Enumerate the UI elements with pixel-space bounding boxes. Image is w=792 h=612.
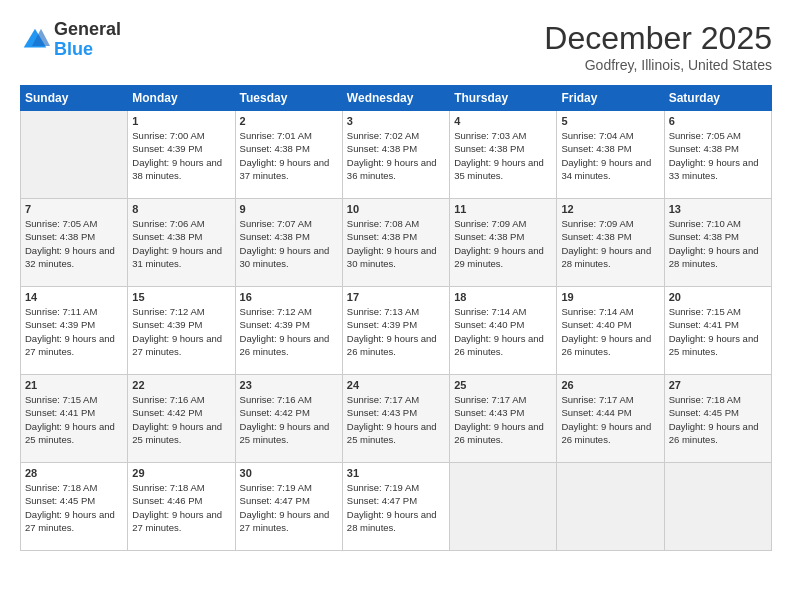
header: General Blue December 2025 Godfrey, Illi… (20, 20, 772, 73)
calendar-cell: 11Sunrise: 7:09 AMSunset: 4:38 PMDayligh… (450, 199, 557, 287)
day-number: 2 (240, 115, 338, 127)
calendar-cell: 1Sunrise: 7:00 AMSunset: 4:39 PMDaylight… (128, 111, 235, 199)
calendar-cell: 6Sunrise: 7:05 AMSunset: 4:38 PMDaylight… (664, 111, 771, 199)
day-number: 11 (454, 203, 552, 215)
calendar-cell (21, 111, 128, 199)
cell-info: Sunrise: 7:05 AMSunset: 4:38 PMDaylight:… (669, 129, 767, 182)
calendar-table: SundayMondayTuesdayWednesdayThursdayFrid… (20, 85, 772, 551)
cell-info: Sunrise: 7:06 AMSunset: 4:38 PMDaylight:… (132, 217, 230, 270)
day-number: 16 (240, 291, 338, 303)
calendar-cell: 7Sunrise: 7:05 AMSunset: 4:38 PMDaylight… (21, 199, 128, 287)
calendar-cell: 16Sunrise: 7:12 AMSunset: 4:39 PMDayligh… (235, 287, 342, 375)
calendar-cell: 24Sunrise: 7:17 AMSunset: 4:43 PMDayligh… (342, 375, 449, 463)
calendar-cell: 28Sunrise: 7:18 AMSunset: 4:45 PMDayligh… (21, 463, 128, 551)
cell-info: Sunrise: 7:09 AMSunset: 4:38 PMDaylight:… (454, 217, 552, 270)
day-number: 4 (454, 115, 552, 127)
calendar-cell: 17Sunrise: 7:13 AMSunset: 4:39 PMDayligh… (342, 287, 449, 375)
calendar-cell: 12Sunrise: 7:09 AMSunset: 4:38 PMDayligh… (557, 199, 664, 287)
calendar-cell: 21Sunrise: 7:15 AMSunset: 4:41 PMDayligh… (21, 375, 128, 463)
day-number: 5 (561, 115, 659, 127)
cell-info: Sunrise: 7:08 AMSunset: 4:38 PMDaylight:… (347, 217, 445, 270)
day-number: 19 (561, 291, 659, 303)
logo-text: General Blue (54, 20, 121, 60)
day-number: 25 (454, 379, 552, 391)
week-row-5: 28Sunrise: 7:18 AMSunset: 4:45 PMDayligh… (21, 463, 772, 551)
calendar-cell: 25Sunrise: 7:17 AMSunset: 4:43 PMDayligh… (450, 375, 557, 463)
day-number: 20 (669, 291, 767, 303)
cell-info: Sunrise: 7:17 AMSunset: 4:44 PMDaylight:… (561, 393, 659, 446)
cell-info: Sunrise: 7:17 AMSunset: 4:43 PMDaylight:… (347, 393, 445, 446)
calendar-header: SundayMondayTuesdayWednesdayThursdayFrid… (21, 86, 772, 111)
cell-info: Sunrise: 7:05 AMSunset: 4:38 PMDaylight:… (25, 217, 123, 270)
week-row-3: 14Sunrise: 7:11 AMSunset: 4:39 PMDayligh… (21, 287, 772, 375)
day-number: 18 (454, 291, 552, 303)
day-number: 30 (240, 467, 338, 479)
week-row-2: 7Sunrise: 7:05 AMSunset: 4:38 PMDaylight… (21, 199, 772, 287)
calendar-cell: 10Sunrise: 7:08 AMSunset: 4:38 PMDayligh… (342, 199, 449, 287)
cell-info: Sunrise: 7:09 AMSunset: 4:38 PMDaylight:… (561, 217, 659, 270)
month-title: December 2025 (544, 20, 772, 57)
calendar-cell: 27Sunrise: 7:18 AMSunset: 4:45 PMDayligh… (664, 375, 771, 463)
day-number: 15 (132, 291, 230, 303)
calendar-cell: 20Sunrise: 7:15 AMSunset: 4:41 PMDayligh… (664, 287, 771, 375)
header-cell-saturday: Saturday (664, 86, 771, 111)
cell-info: Sunrise: 7:17 AMSunset: 4:43 PMDaylight:… (454, 393, 552, 446)
day-number: 8 (132, 203, 230, 215)
cell-info: Sunrise: 7:01 AMSunset: 4:38 PMDaylight:… (240, 129, 338, 182)
calendar-cell: 14Sunrise: 7:11 AMSunset: 4:39 PMDayligh… (21, 287, 128, 375)
cell-info: Sunrise: 7:13 AMSunset: 4:39 PMDaylight:… (347, 305, 445, 358)
cell-info: Sunrise: 7:07 AMSunset: 4:38 PMDaylight:… (240, 217, 338, 270)
header-row: SundayMondayTuesdayWednesdayThursdayFrid… (21, 86, 772, 111)
day-number: 13 (669, 203, 767, 215)
day-number: 22 (132, 379, 230, 391)
calendar-cell: 30Sunrise: 7:19 AMSunset: 4:47 PMDayligh… (235, 463, 342, 551)
calendar-cell: 8Sunrise: 7:06 AMSunset: 4:38 PMDaylight… (128, 199, 235, 287)
week-row-4: 21Sunrise: 7:15 AMSunset: 4:41 PMDayligh… (21, 375, 772, 463)
day-number: 14 (25, 291, 123, 303)
cell-info: Sunrise: 7:14 AMSunset: 4:40 PMDaylight:… (561, 305, 659, 358)
day-number: 26 (561, 379, 659, 391)
cell-info: Sunrise: 7:18 AMSunset: 4:45 PMDaylight:… (25, 481, 123, 534)
day-number: 23 (240, 379, 338, 391)
cell-info: Sunrise: 7:12 AMSunset: 4:39 PMDaylight:… (132, 305, 230, 358)
cell-info: Sunrise: 7:18 AMSunset: 4:46 PMDaylight:… (132, 481, 230, 534)
calendar-cell: 4Sunrise: 7:03 AMSunset: 4:38 PMDaylight… (450, 111, 557, 199)
calendar-body: 1Sunrise: 7:00 AMSunset: 4:39 PMDaylight… (21, 111, 772, 551)
logo-blue: Blue (54, 40, 121, 60)
calendar-cell: 18Sunrise: 7:14 AMSunset: 4:40 PMDayligh… (450, 287, 557, 375)
day-number: 29 (132, 467, 230, 479)
cell-info: Sunrise: 7:11 AMSunset: 4:39 PMDaylight:… (25, 305, 123, 358)
title-block: December 2025 Godfrey, Illinois, United … (544, 20, 772, 73)
calendar-cell: 13Sunrise: 7:10 AMSunset: 4:38 PMDayligh… (664, 199, 771, 287)
calendar-cell (664, 463, 771, 551)
cell-info: Sunrise: 7:16 AMSunset: 4:42 PMDaylight:… (240, 393, 338, 446)
week-row-1: 1Sunrise: 7:00 AMSunset: 4:39 PMDaylight… (21, 111, 772, 199)
day-number: 10 (347, 203, 445, 215)
header-cell-tuesday: Tuesday (235, 86, 342, 111)
calendar-cell: 22Sunrise: 7:16 AMSunset: 4:42 PMDayligh… (128, 375, 235, 463)
day-number: 31 (347, 467, 445, 479)
day-number: 6 (669, 115, 767, 127)
header-cell-monday: Monday (128, 86, 235, 111)
location-title: Godfrey, Illinois, United States (544, 57, 772, 73)
calendar-cell: 19Sunrise: 7:14 AMSunset: 4:40 PMDayligh… (557, 287, 664, 375)
logo-general: General (54, 20, 121, 40)
calendar-cell: 9Sunrise: 7:07 AMSunset: 4:38 PMDaylight… (235, 199, 342, 287)
cell-info: Sunrise: 7:19 AMSunset: 4:47 PMDaylight:… (240, 481, 338, 534)
calendar-cell: 3Sunrise: 7:02 AMSunset: 4:38 PMDaylight… (342, 111, 449, 199)
cell-info: Sunrise: 7:00 AMSunset: 4:39 PMDaylight:… (132, 129, 230, 182)
cell-info: Sunrise: 7:04 AMSunset: 4:38 PMDaylight:… (561, 129, 659, 182)
day-number: 1 (132, 115, 230, 127)
header-cell-wednesday: Wednesday (342, 86, 449, 111)
header-cell-sunday: Sunday (21, 86, 128, 111)
calendar-cell: 29Sunrise: 7:18 AMSunset: 4:46 PMDayligh… (128, 463, 235, 551)
day-number: 7 (25, 203, 123, 215)
cell-info: Sunrise: 7:14 AMSunset: 4:40 PMDaylight:… (454, 305, 552, 358)
day-number: 24 (347, 379, 445, 391)
calendar-cell: 26Sunrise: 7:17 AMSunset: 4:44 PMDayligh… (557, 375, 664, 463)
day-number: 3 (347, 115, 445, 127)
day-number: 27 (669, 379, 767, 391)
day-number: 9 (240, 203, 338, 215)
cell-info: Sunrise: 7:19 AMSunset: 4:47 PMDaylight:… (347, 481, 445, 534)
logo-icon (20, 25, 50, 55)
